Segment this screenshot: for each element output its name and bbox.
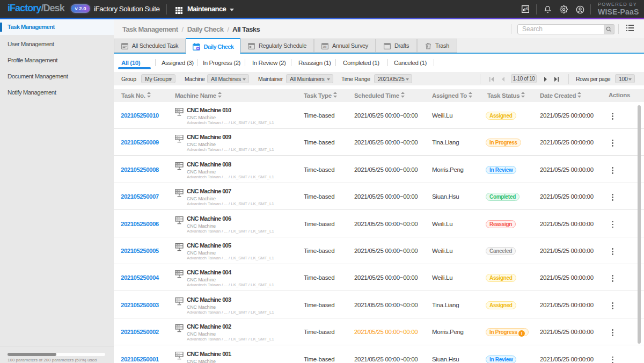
svg-text:S: S (526, 7, 529, 11)
svg-text:365: 365 (323, 46, 327, 48)
